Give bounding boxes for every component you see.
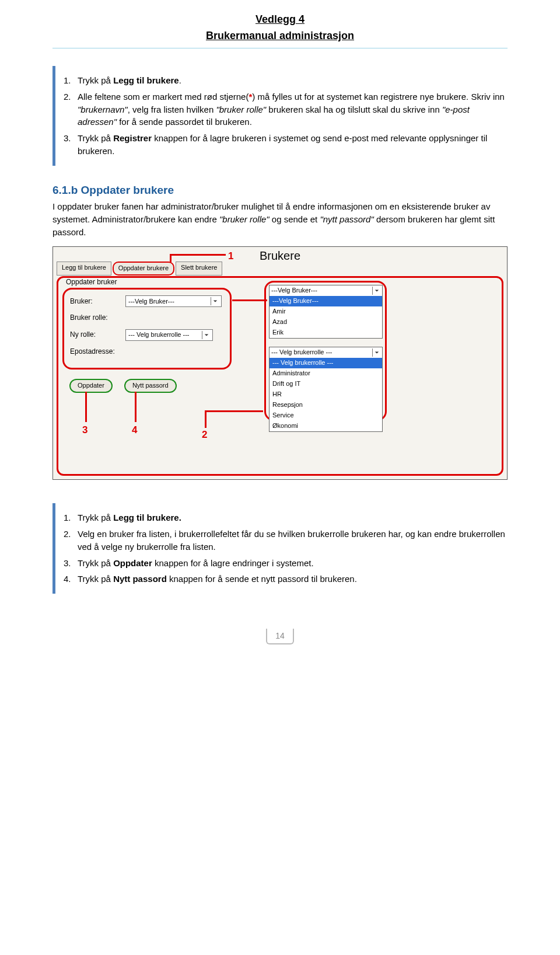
chevron-down-icon bbox=[372, 287, 380, 295]
callout-number-1: 1 bbox=[228, 249, 233, 264]
section-body: I oppdater bruker fanen har administrato… bbox=[52, 200, 508, 238]
tabs: Legg til brukere Oppdater brukere Slett … bbox=[57, 262, 222, 276]
form-row-bruker-rolle: Bruker rolle: bbox=[70, 313, 224, 323]
bruker-dropdown-open[interactable]: ---Velg Bruker--- ---Velg Bruker--- Amir… bbox=[269, 285, 383, 339]
list-item: 3. Trykk på Oppdater knappen for å lagre… bbox=[64, 557, 508, 570]
callout-arrow bbox=[85, 392, 87, 422]
form-highlight-ring: Bruker: ---Velg Bruker--- Bruker rolle: … bbox=[62, 288, 232, 370]
document-subtitle: Brukermanual administrasjon bbox=[52, 28, 508, 43]
callout-number-4: 4 bbox=[132, 423, 137, 438]
callout-arrow bbox=[205, 410, 263, 412]
dropdown-option[interactable]: Drift og IT bbox=[270, 379, 382, 389]
list-item: 1. Trykk på Legg til brukere. bbox=[64, 511, 508, 524]
section-heading: 6.1.b Oppdater brukere bbox=[52, 182, 508, 198]
form-row-ny-rolle: Ny rolle: --- Velg brukerrolle --- bbox=[70, 329, 224, 341]
dropdown-option[interactable]: Erik bbox=[270, 327, 382, 338]
oppdater-button[interactable]: Oppdater bbox=[69, 379, 113, 393]
callout-arrow bbox=[170, 254, 226, 256]
item-body: Alle feltene som er markert med rød stje… bbox=[78, 90, 508, 128]
item-number: 2. bbox=[64, 528, 78, 553]
list-item: 2. Velg en bruker fra listen, i brukerro… bbox=[64, 528, 508, 553]
callout-number-2: 2 bbox=[202, 428, 207, 442]
dropdown-option[interactable]: --- Velg brukerrolle --- bbox=[270, 358, 382, 368]
item-body: Trykk på Legg til brukere. bbox=[78, 74, 508, 87]
item-number: 3. bbox=[64, 557, 78, 570]
dropdown-option[interactable]: Service bbox=[270, 410, 382, 421]
panel-title: Brukere bbox=[260, 248, 300, 264]
callout-number-3: 3 bbox=[82, 423, 88, 438]
list-item: 3. Trykk på Registrer knappen for å lagr… bbox=[64, 132, 508, 158]
page-footer: 14 bbox=[52, 629, 508, 644]
item-body: Velg en bruker fra listen, i brukerrolle… bbox=[78, 528, 508, 553]
callout-arrow bbox=[205, 410, 206, 428]
chevron-down-icon bbox=[372, 348, 380, 357]
label-bruker: Bruker: bbox=[70, 297, 125, 306]
callout-arrow bbox=[232, 299, 267, 301]
instruction-block-1: 1. Trykk på Legg til brukere. 2. Alle fe… bbox=[52, 66, 508, 166]
action-buttons: Oppdater Nytt passord bbox=[69, 379, 177, 393]
bruker-select[interactable]: ---Velg Bruker--- bbox=[125, 295, 222, 307]
tab-oppdater-brukere[interactable]: Oppdater brukere bbox=[113, 262, 174, 276]
instruction-block-2: 1. Trykk på Legg til brukere. 2. Velg en… bbox=[52, 503, 508, 594]
tab-slett-brukere[interactable]: Slett brukere bbox=[176, 262, 222, 276]
item-number: 4. bbox=[64, 573, 78, 585]
screenshot-figure: Brukere 1 Legg til brukere Oppdater bruk… bbox=[52, 246, 508, 480]
dropdown-option[interactable]: Amir bbox=[270, 306, 382, 317]
dropdown-option[interactable]: Resepsjon bbox=[270, 400, 382, 410]
item-body: Trykk på Legg til brukere. bbox=[78, 511, 508, 524]
header-divider bbox=[52, 48, 508, 48]
item-number: 1. bbox=[64, 74, 78, 87]
dropdowns-panel: ---Velg Bruker--- ---Velg Bruker--- Amir… bbox=[269, 285, 383, 440]
label-ny-rolle: Ny rolle: bbox=[70, 330, 125, 340]
dropdown-option[interactable]: ---Velg Bruker--- bbox=[270, 296, 382, 306]
rolle-dropdown-open[interactable]: --- Velg brukerrolle --- --- Velg bruker… bbox=[269, 347, 383, 432]
chevron-down-icon bbox=[202, 331, 210, 339]
list-item: 1. Trykk på Legg til brukere. bbox=[64, 74, 508, 87]
item-number: 2. bbox=[64, 90, 78, 128]
ny-rolle-select[interactable]: --- Velg brukerrolle --- bbox=[125, 329, 213, 341]
item-body: Trykk på Nytt passord knappen for å send… bbox=[78, 573, 508, 585]
dropdown-option[interactable]: Azad bbox=[270, 317, 382, 327]
form-row-bruker: Bruker: ---Velg Bruker--- bbox=[70, 295, 224, 307]
dropdown-option[interactable]: Økonomi bbox=[270, 421, 382, 431]
tab-legg-til-brukere[interactable]: Legg til brukere bbox=[57, 262, 111, 276]
label-epost: Epostadresse: bbox=[70, 347, 125, 357]
item-body: Trykk på Registrer knappen for å lagre b… bbox=[78, 132, 508, 158]
callout-arrow bbox=[135, 392, 136, 422]
nytt-passord-button[interactable]: Nytt passord bbox=[124, 379, 177, 393]
item-number: 3. bbox=[64, 132, 78, 158]
dropdown-option[interactable]: Administrator bbox=[270, 368, 382, 379]
item-number: 1. bbox=[64, 511, 78, 524]
item-body: Trykk på Oppdater knappen for å lagre en… bbox=[78, 557, 508, 570]
page-number: 14 bbox=[266, 629, 294, 644]
label-bruker-rolle: Bruker rolle: bbox=[70, 313, 125, 323]
document-header: Vedlegg 4 Brukermanual administrasjon bbox=[52, 12, 508, 43]
list-item: 4. Trykk på Nytt passord knappen for å s… bbox=[64, 573, 508, 585]
document-title: Vedlegg 4 bbox=[52, 12, 508, 27]
chevron-down-icon bbox=[211, 297, 219, 305]
callout-arrow bbox=[170, 254, 172, 262]
dropdown-option[interactable]: HR bbox=[270, 389, 382, 400]
form-row-epost: Epostadresse: bbox=[70, 347, 224, 357]
fieldset-title: Oppdater bruker bbox=[66, 277, 117, 287]
list-item: 2. Alle feltene som er markert med rød s… bbox=[64, 90, 508, 128]
